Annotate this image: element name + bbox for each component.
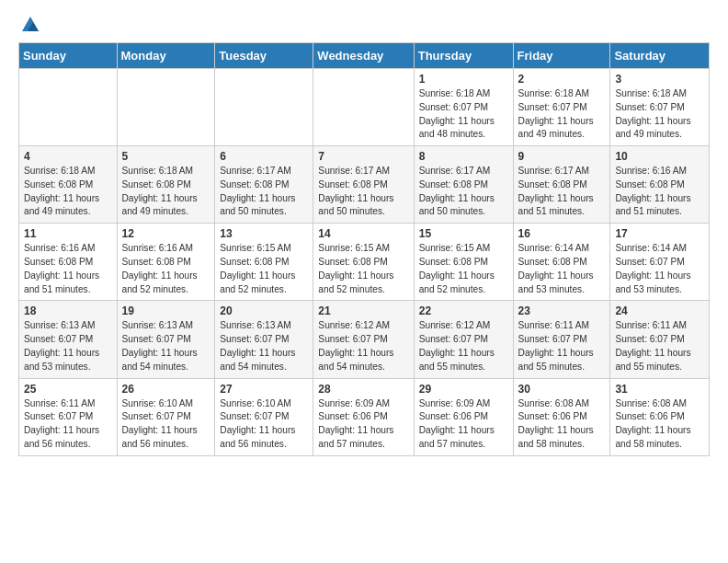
day-number: 26 bbox=[122, 383, 210, 396]
cell-content: Sunrise: 6:11 AMSunset: 6:07 PMDaylight:… bbox=[518, 319, 606, 373]
col-header-wednesday: Wednesday bbox=[313, 43, 414, 69]
day-number: 9 bbox=[518, 150, 606, 163]
cell-content: Sunrise: 6:15 AMSunset: 6:08 PMDaylight:… bbox=[220, 242, 308, 296]
cell-content: Sunrise: 6:18 AMSunset: 6:07 PMDaylight:… bbox=[518, 87, 606, 142]
calendar-cell: 15Sunrise: 6:15 AMSunset: 6:08 PMDayligh… bbox=[414, 224, 513, 301]
cell-content: Sunrise: 6:12 AMSunset: 6:07 PMDaylight:… bbox=[318, 319, 408, 373]
day-number: 6 bbox=[220, 150, 308, 163]
day-number: 10 bbox=[615, 150, 704, 163]
calendar-cell: 13Sunrise: 6:15 AMSunset: 6:08 PMDayligh… bbox=[215, 224, 313, 301]
week-row-4: 18Sunrise: 6:13 AMSunset: 6:07 PMDayligh… bbox=[19, 301, 710, 378]
cell-content: Sunrise: 6:09 AMSunset: 6:06 PMDaylight:… bbox=[318, 397, 408, 452]
cell-content: Sunrise: 6:13 AMSunset: 6:07 PMDaylight:… bbox=[220, 319, 308, 373]
cell-content: Sunrise: 6:18 AMSunset: 6:08 PMDaylight:… bbox=[24, 165, 112, 219]
calendar-cell: 28Sunrise: 6:09 AMSunset: 6:06 PMDayligh… bbox=[313, 378, 414, 455]
day-number: 22 bbox=[419, 304, 508, 317]
cell-content: Sunrise: 6:10 AMSunset: 6:07 PMDaylight:… bbox=[220, 397, 308, 452]
calendar-cell: 16Sunrise: 6:14 AMSunset: 6:08 PMDayligh… bbox=[513, 224, 610, 301]
calendar-cell: 20Sunrise: 6:13 AMSunset: 6:07 PMDayligh… bbox=[215, 301, 313, 378]
day-number: 28 bbox=[318, 383, 408, 396]
day-number: 16 bbox=[518, 227, 606, 240]
calendar-cell bbox=[215, 69, 313, 146]
day-number: 15 bbox=[419, 227, 508, 240]
calendar-cell: 8Sunrise: 6:17 AMSunset: 6:08 PMDaylight… bbox=[414, 146, 513, 224]
cell-content: Sunrise: 6:15 AMSunset: 6:08 PMDaylight:… bbox=[419, 242, 508, 296]
calendar-cell: 26Sunrise: 6:10 AMSunset: 6:07 PMDayligh… bbox=[117, 378, 215, 455]
cell-content: Sunrise: 6:13 AMSunset: 6:07 PMDaylight:… bbox=[122, 319, 210, 373]
col-header-saturday: Saturday bbox=[610, 43, 710, 69]
day-number: 13 bbox=[220, 227, 308, 240]
cell-content: Sunrise: 6:10 AMSunset: 6:07 PMDaylight:… bbox=[122, 397, 210, 452]
day-number: 11 bbox=[24, 227, 112, 240]
calendar-cell: 6Sunrise: 6:17 AMSunset: 6:08 PMDaylight… bbox=[215, 146, 313, 224]
calendar-cell bbox=[313, 69, 414, 146]
day-number: 1 bbox=[419, 73, 508, 86]
calendar-cell: 19Sunrise: 6:13 AMSunset: 6:07 PMDayligh… bbox=[117, 301, 215, 378]
calendar-cell: 1Sunrise: 6:18 AMSunset: 6:07 PMDaylight… bbox=[414, 69, 513, 146]
day-number: 2 bbox=[518, 73, 606, 86]
day-number: 5 bbox=[122, 150, 210, 163]
cell-content: Sunrise: 6:17 AMSunset: 6:08 PMDaylight:… bbox=[518, 165, 606, 219]
col-header-friday: Friday bbox=[513, 43, 610, 69]
cell-content: Sunrise: 6:17 AMSunset: 6:08 PMDaylight:… bbox=[419, 165, 508, 219]
day-number: 12 bbox=[122, 227, 210, 240]
week-row-1: 1Sunrise: 6:18 AMSunset: 6:07 PMDaylight… bbox=[19, 69, 710, 146]
calendar-cell: 5Sunrise: 6:18 AMSunset: 6:08 PMDaylight… bbox=[117, 146, 215, 224]
day-number: 7 bbox=[318, 150, 408, 163]
day-number: 24 bbox=[615, 304, 704, 317]
calendar-cell: 9Sunrise: 6:17 AMSunset: 6:08 PMDaylight… bbox=[513, 146, 610, 224]
calendar-cell bbox=[117, 69, 215, 146]
week-row-2: 4Sunrise: 6:18 AMSunset: 6:08 PMDaylight… bbox=[19, 146, 710, 224]
cell-content: Sunrise: 6:11 AMSunset: 6:07 PMDaylight:… bbox=[24, 397, 112, 452]
calendar-cell: 18Sunrise: 6:13 AMSunset: 6:07 PMDayligh… bbox=[19, 301, 118, 378]
day-number: 30 bbox=[518, 383, 606, 396]
calendar-cell: 27Sunrise: 6:10 AMSunset: 6:07 PMDayligh… bbox=[215, 378, 313, 455]
day-number: 20 bbox=[220, 304, 308, 317]
logo bbox=[18, 15, 40, 35]
cell-content: Sunrise: 6:16 AMSunset: 6:08 PMDaylight:… bbox=[615, 165, 704, 219]
calendar-cell: 14Sunrise: 6:15 AMSunset: 6:08 PMDayligh… bbox=[313, 224, 414, 301]
cell-content: Sunrise: 6:16 AMSunset: 6:08 PMDaylight:… bbox=[24, 242, 112, 296]
calendar-cell: 23Sunrise: 6:11 AMSunset: 6:07 PMDayligh… bbox=[513, 301, 610, 378]
day-number: 4 bbox=[24, 150, 112, 163]
calendar-cell bbox=[19, 69, 118, 146]
cell-content: Sunrise: 6:14 AMSunset: 6:07 PMDaylight:… bbox=[615, 242, 704, 296]
calendar-cell: 17Sunrise: 6:14 AMSunset: 6:07 PMDayligh… bbox=[610, 224, 710, 301]
day-number: 17 bbox=[615, 227, 704, 240]
calendar-cell: 24Sunrise: 6:11 AMSunset: 6:07 PMDayligh… bbox=[610, 301, 710, 378]
day-number: 14 bbox=[318, 227, 408, 240]
week-row-5: 25Sunrise: 6:11 AMSunset: 6:07 PMDayligh… bbox=[19, 378, 710, 455]
calendar-cell: 11Sunrise: 6:16 AMSunset: 6:08 PMDayligh… bbox=[19, 224, 118, 301]
cell-content: Sunrise: 6:16 AMSunset: 6:08 PMDaylight:… bbox=[122, 242, 210, 296]
cell-content: Sunrise: 6:18 AMSunset: 6:08 PMDaylight:… bbox=[122, 165, 210, 219]
cell-content: Sunrise: 6:09 AMSunset: 6:06 PMDaylight:… bbox=[419, 397, 508, 452]
cell-content: Sunrise: 6:18 AMSunset: 6:07 PMDaylight:… bbox=[419, 87, 508, 142]
cell-content: Sunrise: 6:15 AMSunset: 6:08 PMDaylight:… bbox=[318, 242, 408, 296]
calendar-cell: 12Sunrise: 6:16 AMSunset: 6:08 PMDayligh… bbox=[117, 224, 215, 301]
cell-content: Sunrise: 6:13 AMSunset: 6:07 PMDaylight:… bbox=[24, 319, 112, 373]
cell-content: Sunrise: 6:17 AMSunset: 6:08 PMDaylight:… bbox=[318, 165, 408, 219]
calendar-cell: 30Sunrise: 6:08 AMSunset: 6:06 PMDayligh… bbox=[513, 378, 610, 455]
cell-content: Sunrise: 6:08 AMSunset: 6:06 PMDaylight:… bbox=[615, 397, 704, 452]
calendar-cell: 3Sunrise: 6:18 AMSunset: 6:07 PMDaylight… bbox=[610, 69, 710, 146]
cell-content: Sunrise: 6:11 AMSunset: 6:07 PMDaylight:… bbox=[615, 319, 704, 373]
day-number: 29 bbox=[419, 383, 508, 396]
col-header-thursday: Thursday bbox=[414, 43, 513, 69]
calendar-table: SundayMondayTuesdayWednesdayThursdayFrid… bbox=[18, 42, 710, 456]
cell-content: Sunrise: 6:14 AMSunset: 6:08 PMDaylight:… bbox=[518, 242, 606, 296]
cell-content: Sunrise: 6:18 AMSunset: 6:07 PMDaylight:… bbox=[615, 87, 704, 142]
page-header bbox=[18, 15, 710, 35]
calendar-cell: 25Sunrise: 6:11 AMSunset: 6:07 PMDayligh… bbox=[19, 378, 118, 455]
day-number: 18 bbox=[24, 304, 112, 317]
col-header-sunday: Sunday bbox=[19, 43, 118, 69]
calendar-cell: 29Sunrise: 6:09 AMSunset: 6:06 PMDayligh… bbox=[414, 378, 513, 455]
day-number: 19 bbox=[122, 304, 210, 317]
calendar-cell: 4Sunrise: 6:18 AMSunset: 6:08 PMDaylight… bbox=[19, 146, 118, 224]
cell-content: Sunrise: 6:12 AMSunset: 6:07 PMDaylight:… bbox=[419, 319, 508, 373]
day-number: 27 bbox=[220, 383, 308, 396]
calendar-cell: 21Sunrise: 6:12 AMSunset: 6:07 PMDayligh… bbox=[313, 301, 414, 378]
day-number: 31 bbox=[615, 383, 704, 396]
week-row-3: 11Sunrise: 6:16 AMSunset: 6:08 PMDayligh… bbox=[19, 224, 710, 301]
calendar-cell: 2Sunrise: 6:18 AMSunset: 6:07 PMDaylight… bbox=[513, 69, 610, 146]
day-number: 25 bbox=[24, 383, 112, 396]
